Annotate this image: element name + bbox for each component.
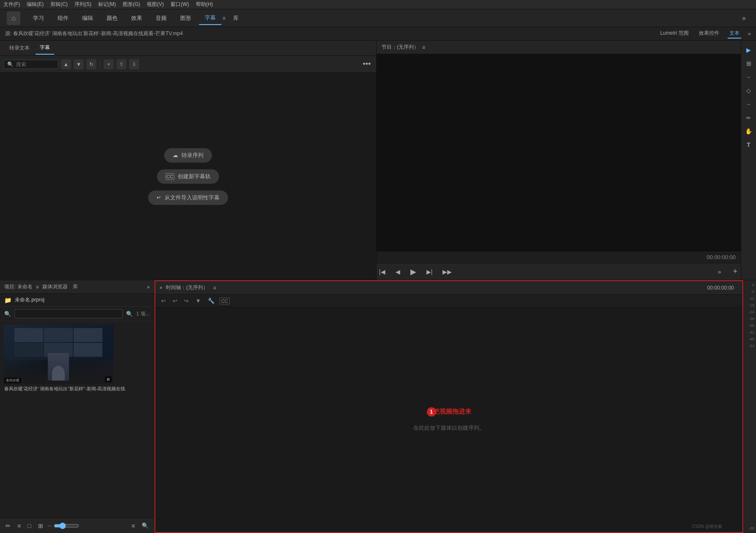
project-tab-library[interactable]: 库 [73,283,78,290]
program-title: 节目：(无序列） [382,44,419,51]
select-tool[interactable]: ▶ [743,44,755,56]
project-search-icon-2[interactable]: 🔍 [126,311,133,317]
timeline-undo-button[interactable]: ↩ [159,296,168,305]
workspace: 源: 春风吹暖'花经济' 湖南各地玩出'新花样'-新闻-高清视频在线观看-芒果T… [0,27,756,533]
menu-mark[interactable]: 标记(M) [98,1,116,8]
menu-view[interactable]: 视图(V) [147,1,164,8]
create-caption-track-button[interactable]: CC 创建新字幕轨 [157,169,220,184]
nav-more[interactable]: » [739,13,749,24]
search-input[interactable] [16,61,54,67]
tab-transcript[interactable]: 转录文本 [5,42,34,54]
refresh-button[interactable]: ↻ [86,59,96,69]
icon-view-button[interactable]: □ [25,521,33,531]
timeline-content: 1 先把视频拖进来 在此处放下媒体以创建序列。 [155,307,742,532]
source-bar-more[interactable]: » [748,30,751,37]
upper-row: 转录文本 字幕 🔍 ▲ ▼ ↻ + ⇧ ⇩ ••• [0,41,756,280]
timeline-captions-button[interactable]: CC [220,298,230,304]
new-item-button[interactable]: ✏ [3,521,13,531]
go-to-start-button[interactable]: |◀ [377,267,388,277]
project-more[interactable]: » [147,284,150,290]
meter-label-42: -42 [745,329,755,335]
source-tab-effects[interactable]: 效果控件 [697,29,721,39]
nav-graphics[interactable]: 图形 [174,12,197,25]
menu-file[interactable]: 文件(F) [3,1,20,8]
menu-clip[interactable]: 剪辑(C) [50,1,68,8]
program-add[interactable]: + [729,267,741,276]
tools-sidebar: ▶ ⊞ ↔ ◇ ↔ ✏ ✋ T [741,41,756,280]
shift-up-button[interactable]: ⇧ [116,59,126,69]
timeline-panel: × 时间轴：(无序列） ≡ 00:00:00:00 ↩ ↩ ↪ ▼ 🔧 CC 1… [154,280,743,533]
project-tabs: 媒体浏览器 库 [42,283,144,290]
source-tab-text[interactable]: 文本 [728,29,741,39]
move-up-button[interactable]: ▲ [61,59,71,69]
text-tool[interactable]: T [743,139,755,151]
menu-help[interactable]: 帮助(H) [196,1,213,8]
project-tab-media[interactable]: 媒体浏览器 [42,283,68,290]
project-panel: 项目: 未命名 ≡ 媒体浏览器 库 » 📁 未命名.prproj 🔍 🔍 1 项… [0,280,154,533]
timeline-close-button[interactable]: × [159,285,162,291]
add-button[interactable]: + [104,59,114,69]
nav-color[interactable]: 颜色 [101,12,124,25]
meter-label-0: 0 [745,282,755,288]
project-search-input[interactable] [14,309,123,318]
timeline-settings-button[interactable]: 🔧 [206,296,216,305]
nav-audio[interactable]: 音频 [150,12,173,25]
import-caption-button[interactable]: ↵ 从文件导入说明性字幕 [148,191,228,205]
rate-stretch-tool[interactable]: ↔ [743,98,755,110]
search-icon: 🔍 [7,61,14,67]
transcribe-sequence-button[interactable]: ☁ 转录序列 [164,148,212,163]
source-content: ☁ 转录序列 CC 创建新字幕轨 ↵ 从文件导入说明性字幕 [0,73,376,280]
thumbnail-name: 春风吹暖'花经济' 湖南各地玩出"新花样"-新闻-高清视频在线 [3,386,151,392]
sort-button[interactable]: ≡ [129,521,137,531]
source-tab-lumetri[interactable]: Lumetri 范围 [658,29,690,39]
nav-effects[interactable]: 效果 [125,12,148,25]
program-menu-icon[interactable]: ≡ [422,44,425,50]
timeline-dropdown-button[interactable]: ▼ [194,296,203,305]
meter-label-6: -6 [745,289,755,295]
thumbnail-item[interactable]: 春风吹暖 ⊞ 春风吹暖'花经济' 湖南各地玩出"新花样"-新闻-高清视频在线 [3,325,151,392]
move-down-button[interactable]: ▼ [74,59,84,69]
list-view-button[interactable]: ≡ [15,521,23,531]
timeline-undo2-button[interactable]: ↩ [171,296,179,305]
freeform-view-button[interactable]: ⊞ [36,521,45,531]
program-more[interactable]: » [715,268,725,275]
thumbnail-area: 春风吹暖 ⊞ 春风吹暖'花经济' 湖南各地玩出"新花样"-新闻-高清视频在线 [0,321,154,518]
nav-captions[interactable]: 字幕 [199,11,222,25]
go-to-end-button[interactable]: ▶▶ [440,267,454,277]
nav-assembly[interactable]: 组件 [52,12,74,25]
nav-learn[interactable]: 学习 [27,12,50,25]
meter-label-12: -12 [745,295,755,301]
toolbar-more[interactable]: ••• [361,58,373,70]
rolling-edit-tool[interactable]: ◇ [743,85,755,97]
search-project-button[interactable]: 🔍 [140,521,151,530]
project-search-icon: 🔍 [4,311,11,317]
step-back-button[interactable]: ◀ [393,267,403,277]
menu-sequence[interactable]: 序列(S) [74,1,91,8]
razor-tool[interactable]: ✏ [743,112,755,124]
timeline-menu-icon[interactable]: ≡ [213,285,216,291]
drop-hint: 在此处放下媒体以创建序列。 [413,424,485,432]
play-button[interactable]: ▶ [408,265,419,278]
left-panel: 转录文本 字幕 🔍 ▲ ▼ ↻ + ⇧ ⇩ ••• [0,41,377,280]
zoom-slider[interactable] [54,522,79,529]
nav-library[interactable]: 库 [227,12,245,25]
menu-window[interactable]: 窗口(W) [170,1,189,8]
project-menu-icon[interactable]: ≡ [36,284,39,290]
shift-down-button[interactable]: ⇩ [129,59,139,69]
meter-label-54: -54 [745,343,755,349]
timeline-redo-button[interactable]: ↪ [182,296,190,305]
home-button[interactable]: ⌂ [7,11,20,25]
nav-edit[interactable]: 编辑 [76,12,99,25]
tab-captions[interactable]: 字幕 [36,41,54,55]
nav-captions-menu[interactable]: ≡ [223,15,225,21]
program-controls: |◀ ◀ ▶ ▶| ▶▶ » + [377,263,741,280]
folder-icon: 📁 [4,297,11,304]
ripple-edit-tool[interactable]: ↔ [743,71,755,83]
menu-edit[interactable]: 编辑(E) [27,1,44,8]
import-icon: ↵ [157,194,161,201]
slip-tool[interactable]: ✋ [743,125,755,137]
step-forward-button[interactable]: ▶| [424,267,435,277]
menu-graphics[interactable]: 图形(G) [123,1,140,8]
track-select-tool[interactable]: ⊞ [743,58,755,69]
source-bar: 源: 春风吹暖'花经济' 湖南各地玩出'新花样'-新闻-高清视频在线观看-芒果T… [0,27,756,41]
